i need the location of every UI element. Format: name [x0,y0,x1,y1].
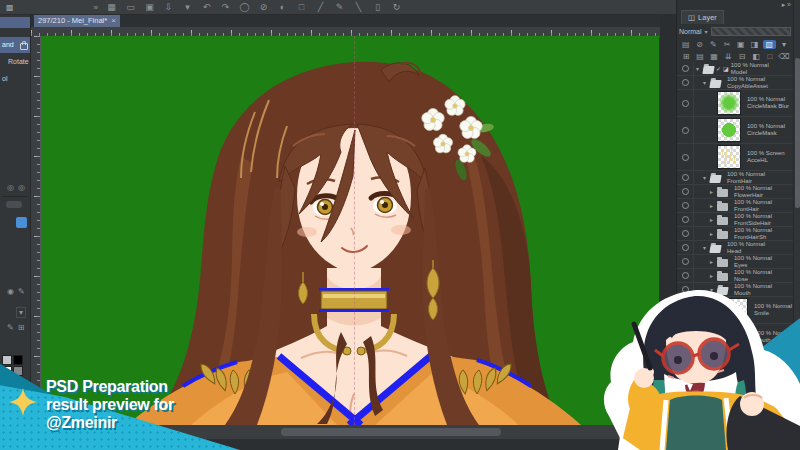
layer-visibility-toggle[interactable] [677,185,694,198]
clip-to-layer-icon[interactable]: ▤ [679,40,693,49]
expand-arrow-icon[interactable]: ▾ [701,79,708,86]
layer-row[interactable]: ▾ 100 % Normal CopyAbleAsset [677,76,793,90]
layer-mask-icon[interactable]: ◧ [749,52,763,61]
menu-chevron-icon[interactable]: ▾ [777,40,791,49]
device-icon[interactable]: ▯ [368,0,387,14]
canvas[interactable] [41,36,659,425]
invert-selection-icon[interactable]: ⊘ [254,0,273,14]
layer-thumbnail [717,118,741,142]
expand-arrow-icon[interactable]: ▾ [694,65,701,72]
export-save-icon[interactable]: ⇩ [159,0,178,14]
color-swatch[interactable] [2,377,12,387]
layer-row[interactable]: 100 % Screen AcceHL [677,144,793,171]
layer-row[interactable]: 100 % Normal CircleMask Blur [677,90,793,117]
curve-line-icon[interactable]: ╲ [349,0,368,14]
merge-down-icon[interactable]: ⇊ [721,52,735,61]
dock-blue-button[interactable] [16,217,27,228]
expand-arrow-icon[interactable]: ▸ [708,188,715,195]
expand-arrow-icon[interactable]: ▸ [708,202,715,209]
opacity-slider[interactable] [711,27,791,36]
reference-layer-icon[interactable]: ▣ [734,40,748,49]
layer-visibility-toggle[interactable] [677,199,694,212]
pen-icon[interactable]: ✎ [330,0,349,14]
layer-row[interactable]: ▸ 100 % Normal FrontSideHair [677,213,793,227]
new-folder-icon[interactable]: ▦ [707,52,721,61]
layer-row[interactable]: ▸ 100 % Normal FrontHairSh [677,227,793,241]
layer-visibility-toggle[interactable] [677,171,694,184]
dock-icon[interactable]: ◉ [7,287,14,296]
deselect-icon[interactable]: ◯ [235,0,254,14]
layer-visibility-toggle[interactable] [677,76,694,89]
expand-arrow-icon[interactable]: ▸ [708,272,715,279]
dock-icon[interactable]: ◎ [18,183,25,192]
expand-arrow-icon[interactable]: ▾ [701,244,708,251]
layer-row[interactable]: ▸ 100 % Normal FrontHair [677,199,793,213]
combine-icon[interactable]: ⊟ [735,52,749,61]
blend-mode-value[interactable]: Normal [679,28,702,35]
layer-row[interactable]: 100 % Normal CircleMask [677,117,793,144]
layer-row[interactable]: ▸ 100 % Normal Nose [677,269,793,283]
tablet-companion-icon[interactable]: ▭ [121,0,140,14]
save-menu-chevron-icon[interactable]: ▾ [178,0,197,14]
new-layer-icon[interactable]: ⊞ [679,52,693,61]
subtool-selected-row[interactable] [0,17,30,28]
expand-arrow-icon[interactable]: ▸ [708,258,715,265]
scrollbar-thumb[interactable] [795,58,800,208]
layer-visibility-toggle[interactable] [677,269,694,282]
blend-mode-chevron-icon[interactable]: ▾ [705,28,708,35]
layer-visibility-toggle[interactable] [677,117,694,143]
layer-row[interactable]: ▾ 100 % Normal Head [677,241,793,255]
dock-pill-button[interactable] [6,201,22,208]
layer-panel-tab[interactable]: ◫ Layer [681,10,724,24]
color-swatch[interactable] [13,355,23,365]
undo-icon[interactable]: ↶ [197,0,216,14]
layer-visibility-toggle[interactable] [677,213,694,226]
layer-visibility-toggle[interactable] [677,255,694,268]
layer-visibility-toggle[interactable] [677,241,694,254]
color-swatch[interactable] [2,366,12,376]
delete-layer-icon[interactable]: ⌫ [777,52,791,61]
apply-mask-icon[interactable]: □ [763,52,777,61]
canvas-horizontal-scrollbar[interactable] [41,425,659,439]
color-swatch[interactable] [2,355,12,365]
layer-visibility-toggle[interactable] [677,62,694,75]
tab-close-icon[interactable]: × [111,15,116,27]
layer-row[interactable]: ▸ 100 % Normal Eyes [677,255,793,269]
color-swatch[interactable] [13,377,23,387]
layer-row[interactable]: ▾ 100 % Normal FrontHair [677,171,793,185]
expand-arrow-icon[interactable]: ▸ [708,230,715,237]
marquee-icon[interactable]: □ [292,0,311,14]
dock-icon[interactable]: ⊞ [18,323,25,332]
dock-chevron-button[interactable]: ▾ [16,307,26,318]
redo-icon[interactable]: ↷ [216,0,235,14]
panel-collapse-chevrons[interactable]: ▸ » [782,0,791,10]
ruler-menu-icon[interactable]: ◨ [748,40,762,49]
expand-arrow-icon[interactable]: ▸ [708,216,715,223]
scrollbar-thumb[interactable] [281,428,501,436]
blue-active-icon[interactable]: ▧ [763,40,777,49]
rotate-tool-label[interactable]: Rotate [8,58,29,65]
expand-arrow-icon[interactable]: ▾ [701,174,708,181]
subtool-hand-row[interactable]: and [0,37,30,53]
layer-visibility-toggle[interactable] [677,227,694,240]
layer-row[interactable]: ▸ 100 % Normal FlowerHair [677,185,793,199]
dock-icon[interactable]: ✎ [18,287,25,296]
document-tab[interactable]: 297/210 - Mei_Final* × [34,15,120,27]
lock-layer-icon[interactable]: ⊘ [693,40,707,49]
lock-transparent-icon[interactable]: ✎ [707,40,721,49]
workspace-grid-icon[interactable]: ▦ [102,0,121,14]
layer-visibility-toggle[interactable] [677,90,694,116]
straight-line-icon[interactable]: ╱ [311,0,330,14]
dock-icon[interactable]: ✎ [7,323,14,332]
toolbar-overflow-chevron[interactable]: » [94,3,98,12]
cut-icon[interactable]: ✂ [720,40,734,49]
rotate-view-icon[interactable]: ↻ [387,0,406,14]
layer-visibility-toggle[interactable] [677,144,694,170]
new-vector-layer-icon[interactable]: ▤ [693,52,707,61]
open-file-icon[interactable]: ▣ [140,0,159,14]
app-menu-icon[interactable]: ▩ [6,3,14,12]
dock-icon[interactable]: ◎ [7,183,14,192]
selection-blend-icon[interactable]: ◐ [273,0,292,14]
color-swatch[interactable] [13,366,23,376]
layer-row[interactable]: ▾ ✓ ◪ 100 % Normal Model [677,62,793,76]
